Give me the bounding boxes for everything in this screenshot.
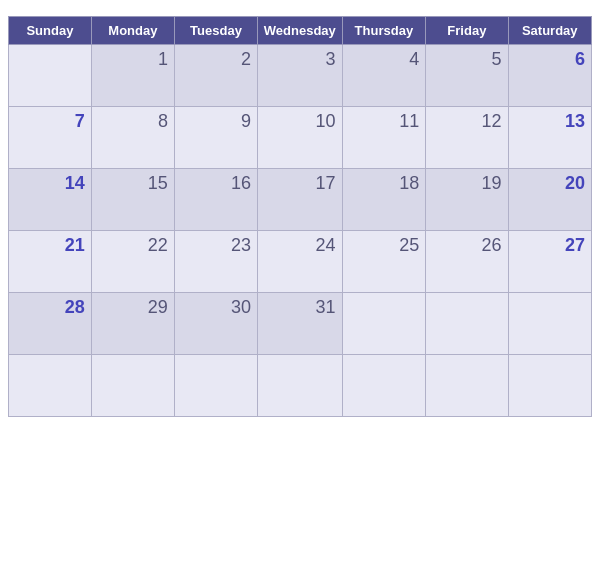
day-number: 23 — [179, 235, 251, 256]
day-number: 22 — [96, 235, 168, 256]
calendar-day-cell: 11 — [342, 107, 426, 169]
day-number: 10 — [262, 111, 335, 132]
day-number: 12 — [430, 111, 501, 132]
calendar-container: SundayMondayTuesdayWednesdayThursdayFrid… — [0, 0, 600, 571]
calendar-day-cell — [508, 355, 591, 417]
calendar-grid: SundayMondayTuesdayWednesdayThursdayFrid… — [8, 16, 592, 417]
calendar-header-row: SundayMondayTuesdayWednesdayThursdayFrid… — [9, 17, 592, 45]
calendar-day-cell: 30 — [174, 293, 257, 355]
calendar-day-cell: 17 — [258, 169, 342, 231]
calendar-day-cell: 24 — [258, 231, 342, 293]
calendar-day-cell: 13 — [508, 107, 591, 169]
calendar-day-cell: 3 — [258, 45, 342, 107]
calendar-day-cell: 4 — [342, 45, 426, 107]
day-number: 26 — [430, 235, 501, 256]
calendar-day-cell — [258, 355, 342, 417]
day-number: 2 — [179, 49, 251, 70]
day-number: 21 — [13, 235, 85, 256]
calendar-header-monday: Monday — [91, 17, 174, 45]
calendar-day-cell: 28 — [9, 293, 92, 355]
calendar-day-cell — [426, 355, 508, 417]
calendar-day-cell: 2 — [174, 45, 257, 107]
calendar-header-saturday: Saturday — [508, 17, 591, 45]
calendar-day-cell — [342, 355, 426, 417]
day-number: 6 — [513, 49, 585, 70]
day-number: 19 — [430, 173, 501, 194]
calendar-header-friday: Friday — [426, 17, 508, 45]
day-number: 13 — [513, 111, 585, 132]
calendar-header-wednesday: Wednesday — [258, 17, 342, 45]
day-number: 1 — [96, 49, 168, 70]
calendar-week-row — [9, 355, 592, 417]
day-number: 28 — [13, 297, 85, 318]
day-number: 24 — [262, 235, 335, 256]
day-number: 8 — [96, 111, 168, 132]
day-number: 15 — [96, 173, 168, 194]
calendar-day-cell: 19 — [426, 169, 508, 231]
calendar-day-cell: 7 — [9, 107, 92, 169]
calendar-day-cell: 10 — [258, 107, 342, 169]
calendar-day-cell — [342, 293, 426, 355]
day-number: 31 — [262, 297, 335, 318]
calendar-day-cell: 9 — [174, 107, 257, 169]
day-number: 20 — [513, 173, 585, 194]
day-number: 17 — [262, 173, 335, 194]
calendar-week-row: 14151617181920 — [9, 169, 592, 231]
day-number: 30 — [179, 297, 251, 318]
day-number: 27 — [513, 235, 585, 256]
day-number: 18 — [347, 173, 420, 194]
day-number: 3 — [262, 49, 335, 70]
calendar-day-cell: 16 — [174, 169, 257, 231]
calendar-header-tuesday: Tuesday — [174, 17, 257, 45]
calendar-day-cell: 21 — [9, 231, 92, 293]
calendar-day-cell — [9, 45, 92, 107]
calendar-header-sunday: Sunday — [9, 17, 92, 45]
calendar-day-cell — [91, 355, 174, 417]
calendar-day-cell — [9, 355, 92, 417]
calendar-day-cell: 6 — [508, 45, 591, 107]
calendar-day-cell: 18 — [342, 169, 426, 231]
calendar-header-thursday: Thursday — [342, 17, 426, 45]
calendar-day-cell: 26 — [426, 231, 508, 293]
calendar-day-cell: 8 — [91, 107, 174, 169]
calendar-day-cell: 22 — [91, 231, 174, 293]
day-number: 11 — [347, 111, 420, 132]
calendar-day-cell: 29 — [91, 293, 174, 355]
calendar-day-cell: 5 — [426, 45, 508, 107]
calendar-day-cell — [426, 293, 508, 355]
calendar-day-cell: 15 — [91, 169, 174, 231]
calendar-week-row: 28293031 — [9, 293, 592, 355]
day-number: 16 — [179, 173, 251, 194]
day-number: 7 — [13, 111, 85, 132]
day-number: 29 — [96, 297, 168, 318]
day-number: 5 — [430, 49, 501, 70]
day-number: 14 — [13, 173, 85, 194]
calendar-week-row: 123456 — [9, 45, 592, 107]
calendar-day-cell: 27 — [508, 231, 591, 293]
calendar-day-cell: 1 — [91, 45, 174, 107]
calendar-week-row: 21222324252627 — [9, 231, 592, 293]
calendar-day-cell: 23 — [174, 231, 257, 293]
day-number: 25 — [347, 235, 420, 256]
calendar-day-cell: 31 — [258, 293, 342, 355]
calendar-day-cell: 20 — [508, 169, 591, 231]
calendar-day-cell: 25 — [342, 231, 426, 293]
calendar-day-cell: 12 — [426, 107, 508, 169]
calendar-body: 1234567891011121314151617181920212223242… — [9, 45, 592, 417]
calendar-day-cell — [508, 293, 591, 355]
calendar-day-cell — [174, 355, 257, 417]
calendar-week-row: 78910111213 — [9, 107, 592, 169]
calendar-day-cell: 14 — [9, 169, 92, 231]
day-number: 9 — [179, 111, 251, 132]
day-number: 4 — [347, 49, 420, 70]
